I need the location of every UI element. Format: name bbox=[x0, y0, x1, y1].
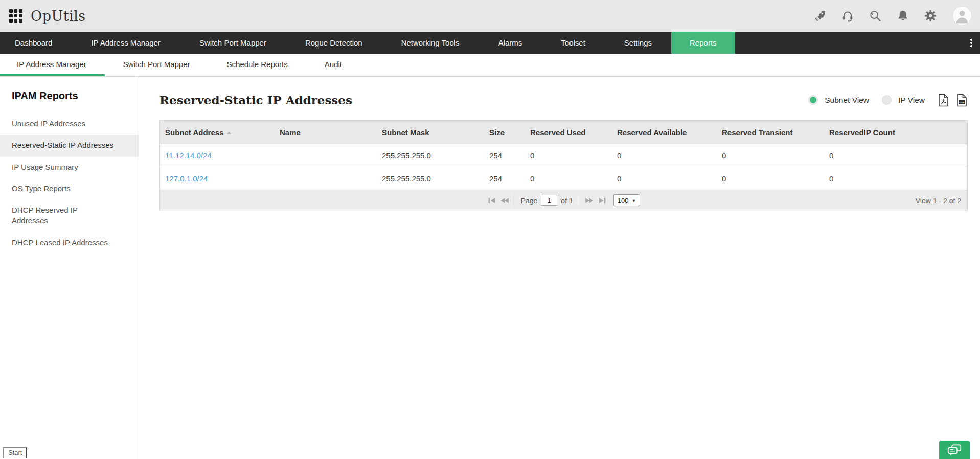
name-cell bbox=[275, 144, 377, 167]
column-header-reserved-used[interactable]: Reserved Used bbox=[525, 121, 612, 144]
sort-asc-icon bbox=[226, 127, 232, 136]
chat-bubbles-icon bbox=[946, 444, 963, 457]
subnav-tab-ip-address-manager[interactable]: IP Address Manager bbox=[0, 54, 105, 76]
nav-item-ip-address-manager[interactable]: IP Address Manager bbox=[72, 32, 180, 54]
nav-item-dashboard[interactable]: Dashboard bbox=[0, 32, 72, 54]
app-logo-title: OpUtils bbox=[31, 8, 86, 24]
reserved-used-cell: 0 bbox=[525, 144, 612, 167]
column-header-reservedip-count[interactable]: ReservedIP Count bbox=[824, 121, 967, 144]
subnet-view-radio[interactable] bbox=[808, 95, 818, 105]
sidebar-item-dhcp-leased-ip-addresses[interactable]: DHCP Leased IP Addresses bbox=[0, 232, 139, 253]
view-controls: Subnet View IP View csv bbox=[808, 94, 968, 107]
reservedip-count-cell: 0 bbox=[824, 144, 967, 167]
sidebar-title: IPAM Reports bbox=[0, 77, 139, 113]
reserved-used-cell: 0 bbox=[525, 167, 612, 190]
top-header: OpUtils bbox=[0, 0, 980, 32]
page-title: Reserved-Static IP Addresses bbox=[159, 93, 352, 107]
next-page-icon[interactable] bbox=[585, 196, 594, 204]
column-header-subnet-mask[interactable]: Subnet Mask bbox=[377, 121, 484, 144]
column-header-reserved-transient[interactable]: Reserved Transient bbox=[717, 121, 824, 144]
reports-subnav: IP Address Manager Switch Port Mapper Sc… bbox=[0, 54, 980, 77]
chevron-down-icon: ▼ bbox=[631, 198, 636, 203]
page-number-input[interactable] bbox=[541, 195, 557, 206]
name-cell bbox=[275, 167, 377, 190]
subnet-mask-cell: 255.255.255.0 bbox=[377, 167, 484, 190]
pagination-divider bbox=[515, 196, 515, 205]
nav-item-settings[interactable]: Settings bbox=[605, 32, 671, 54]
report-content: Reserved-Static IP Addresses Subnet View… bbox=[139, 77, 980, 459]
reserved-transient-cell: 0 bbox=[717, 144, 824, 167]
table-row: 11.12.14.0/24 255.255.255.0 254 0 0 0 0 bbox=[160, 144, 967, 167]
table-row: 127.0.1.0/24 255.255.255.0 254 0 0 0 0 bbox=[160, 167, 967, 190]
sidebar-item-ip-usage-summary[interactable]: IP Usage Summary bbox=[0, 157, 139, 178]
start-button[interactable]: Start bbox=[3, 447, 27, 458]
table-header-row: Subnet Address Name Subnet Mask Size Res… bbox=[160, 121, 967, 144]
headset-support-icon[interactable] bbox=[841, 9, 854, 23]
nav-item-rogue-detection[interactable]: Rogue Detection bbox=[286, 32, 382, 54]
nav-item-switch-port-mapper[interactable]: Switch Port Mapper bbox=[180, 32, 286, 54]
nav-item-networking-tools[interactable]: Networking Tools bbox=[382, 32, 479, 54]
sidebar-item-reserved-static-ip-addresses[interactable]: Reserved-Static IP Addresses bbox=[0, 135, 139, 156]
ipam-reports-sidebar: IPAM Reports Unused IP Addresses Reserve… bbox=[0, 77, 139, 459]
subnet-mask-cell: 255.255.255.0 bbox=[377, 144, 484, 167]
ip-view-radio[interactable] bbox=[882, 95, 892, 105]
last-page-icon[interactable] bbox=[598, 196, 607, 204]
page-label: Page bbox=[521, 196, 538, 205]
sidebar-item-unused-ip-addresses[interactable]: Unused IP Addresses bbox=[0, 113, 139, 135]
report-table: Subnet Address Name Subnet Mask Size Res… bbox=[159, 120, 968, 211]
pagination-bar: Page of 1 100▼ View 1 - 2 of 2 bbox=[160, 190, 967, 211]
notifications-bell-icon[interactable] bbox=[896, 9, 909, 23]
subnet-view-label[interactable]: Subnet View bbox=[825, 96, 869, 105]
rocket-icon[interactable] bbox=[813, 9, 827, 23]
chat-feedback-button[interactable] bbox=[939, 441, 970, 459]
size-cell: 254 bbox=[484, 167, 525, 190]
subnet-address-link[interactable]: 11.12.14.0/24 bbox=[160, 144, 275, 167]
view-range-summary: View 1 - 2 of 2 bbox=[916, 190, 961, 211]
reserved-available-cell: 0 bbox=[612, 167, 717, 190]
apps-grid-icon[interactable] bbox=[9, 9, 22, 23]
nav-item-toolset[interactable]: Toolset bbox=[541, 32, 605, 54]
page-size-select[interactable]: 100▼ bbox=[613, 194, 641, 206]
user-avatar[interactable] bbox=[952, 6, 972, 26]
export-csv-icon[interactable]: csv bbox=[956, 94, 968, 107]
reserved-available-cell: 0 bbox=[612, 144, 717, 167]
page-of-label: of 1 bbox=[561, 196, 573, 205]
sidebar-item-os-type-reports[interactable]: OS Type Reports bbox=[0, 178, 139, 200]
previous-page-icon[interactable] bbox=[500, 196, 509, 204]
first-page-icon[interactable] bbox=[487, 196, 496, 204]
svg-text:csv: csv bbox=[959, 101, 965, 104]
subnav-tab-audit[interactable]: Audit bbox=[306, 54, 360, 76]
reserved-transient-cell: 0 bbox=[717, 167, 824, 190]
nav-item-reports[interactable]: Reports bbox=[671, 32, 735, 54]
export-pdf-icon[interactable] bbox=[938, 94, 949, 107]
size-cell: 254 bbox=[484, 144, 525, 167]
column-header-reserved-available[interactable]: Reserved Available bbox=[612, 121, 717, 144]
text-cursor bbox=[26, 448, 27, 458]
subnav-tab-schedule-reports[interactable]: Schedule Reports bbox=[209, 54, 306, 76]
settings-gear-icon[interactable] bbox=[924, 9, 937, 23]
header-icon-row bbox=[813, 6, 972, 26]
reservedip-count-cell: 0 bbox=[824, 167, 967, 190]
column-header-size[interactable]: Size bbox=[484, 121, 525, 144]
pagination-divider bbox=[579, 196, 579, 205]
main-nav: Dashboard IP Address Manager Switch Port… bbox=[0, 32, 980, 54]
subnet-address-link[interactable]: 127.0.1.0/24 bbox=[160, 167, 275, 190]
column-header-subnet-address[interactable]: Subnet Address bbox=[160, 121, 275, 144]
nav-overflow-menu-icon[interactable] bbox=[963, 32, 980, 54]
nav-item-alarms[interactable]: Alarms bbox=[479, 32, 542, 54]
ip-view-label[interactable]: IP View bbox=[898, 96, 925, 105]
sidebar-item-dhcp-reserved-ip-addresses[interactable]: DHCP Reserved IP Addresses bbox=[0, 200, 95, 232]
column-header-name[interactable]: Name bbox=[275, 121, 377, 144]
subnav-tab-switch-port-mapper[interactable]: Switch Port Mapper bbox=[105, 54, 209, 76]
search-icon[interactable] bbox=[869, 9, 882, 23]
